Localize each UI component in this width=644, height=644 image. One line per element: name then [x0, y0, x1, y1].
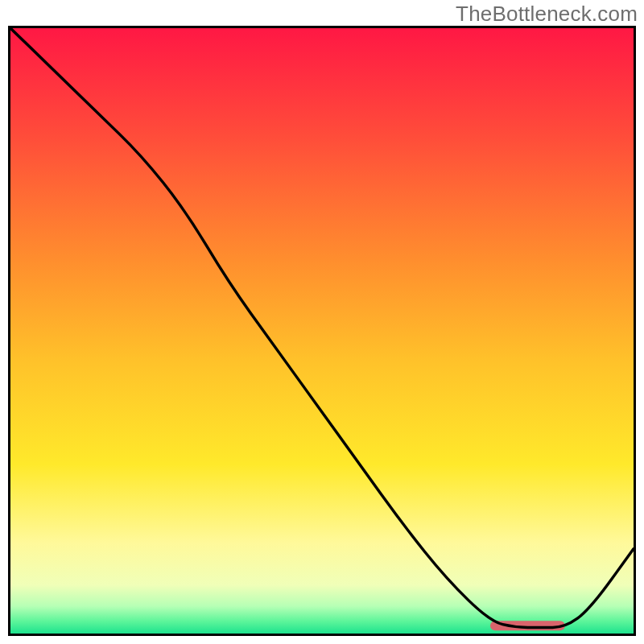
plot-area: [8, 26, 636, 636]
watermark-text: TheBottleneck.com: [456, 2, 638, 27]
chart-svg: [10, 28, 634, 634]
chart-frame: TheBottleneck.com: [0, 0, 644, 644]
target-marker: [490, 621, 565, 630]
